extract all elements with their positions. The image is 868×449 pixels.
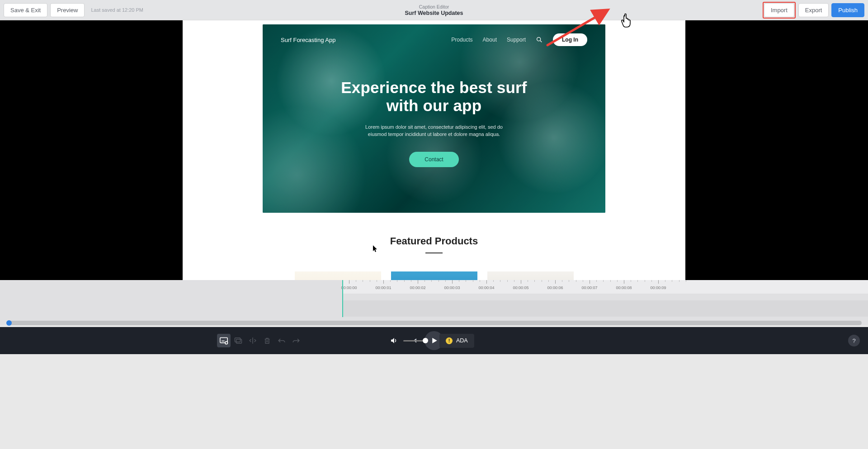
ruler-tick-minor xyxy=(631,280,631,282)
last-saved-label: Last saved at 12:20 PM xyxy=(91,7,143,13)
ruler-tick-minor xyxy=(645,280,645,282)
ruler-tick-minor xyxy=(390,280,391,282)
hero-subtext: Lorem ipsum dolor sit amet, consectetur … xyxy=(263,123,605,138)
ruler-tick-minor xyxy=(528,280,528,282)
featured-section: Featured Products xyxy=(183,235,685,280)
header-left-group: Save & Exit Preview Last saved at 12:20 … xyxy=(4,3,143,17)
ruler-tick-major xyxy=(383,280,384,284)
ruler-label: 00:00:06 xyxy=(547,285,563,290)
ruler-tick-minor xyxy=(514,280,514,282)
website-brand: Surf Forecasting App xyxy=(281,37,335,43)
timeline-playhead[interactable] xyxy=(342,280,343,317)
ruler-tick-minor xyxy=(439,280,439,282)
ruler-label: 00:00:07 xyxy=(581,285,597,290)
svg-rect-7 xyxy=(235,338,241,342)
redo-button[interactable] xyxy=(289,334,303,347)
undo-button[interactable] xyxy=(275,334,288,347)
import-button[interactable]: Import xyxy=(764,3,794,17)
ruler-tick-minor xyxy=(569,280,569,282)
ruler-tick-minor xyxy=(576,280,576,282)
timeline-ruler[interactable]: 00:00:0000:00:0100:00:0200:00:0300:00:04… xyxy=(342,280,868,294)
timeline-scroll-track[interactable] xyxy=(6,321,862,325)
split-caption-button[interactable] xyxy=(246,334,259,347)
export-button[interactable]: Export xyxy=(798,3,829,17)
publish-button[interactable]: Publish xyxy=(831,3,864,17)
featured-heading: Featured Products xyxy=(183,235,685,247)
featured-underline xyxy=(425,253,443,253)
warning-icon: ! xyxy=(446,337,453,344)
svg-point-0 xyxy=(537,37,541,41)
ruler-tick-minor xyxy=(617,280,618,282)
product-card-3 xyxy=(487,271,574,281)
header-right-group: Import Export Publish xyxy=(763,2,864,19)
ruler-label: 00:00:09 xyxy=(650,285,666,290)
add-caption-button[interactable] xyxy=(217,334,231,347)
ruler-label: 00:00:01 xyxy=(375,285,391,290)
video-preview-area: Surf Forecasting App Products About Supp… xyxy=(0,20,868,280)
ruler-tick-minor xyxy=(445,280,446,282)
ruler-tick-minor xyxy=(356,280,356,282)
product-card-1 xyxy=(295,271,381,281)
ruler-tick-minor xyxy=(500,280,500,282)
volume-slider-thumb[interactable] xyxy=(423,338,428,343)
timeline-area[interactable]: 00:00:0000:00:0100:00:0200:00:0300:00:04… xyxy=(0,280,868,325)
preview-button[interactable]: Preview xyxy=(50,3,85,17)
help-button[interactable]: ? xyxy=(848,335,860,346)
ruler-tick-minor xyxy=(411,280,411,282)
ruler-tick-minor xyxy=(480,280,480,282)
ruler-label: 00:00:04 xyxy=(478,285,494,290)
ruler-tick-major xyxy=(624,280,624,284)
caption-tools-group xyxy=(217,334,303,347)
ruler-tick-minor xyxy=(651,280,652,282)
ruler-tick-minor xyxy=(583,280,583,282)
ruler-tick-major xyxy=(418,280,418,284)
ruler-tick-minor xyxy=(665,280,665,282)
ruler-tick-major xyxy=(452,280,453,284)
ruler-tick-minor xyxy=(603,280,604,282)
ruler-label: 00:00:02 xyxy=(410,285,425,290)
nav-link-products: Products xyxy=(451,37,472,43)
volume-control[interactable] xyxy=(390,337,427,345)
ruler-tick-major xyxy=(521,280,521,284)
volume-slider-track[interactable] xyxy=(403,340,427,341)
hero-heading-line2: with our app xyxy=(263,97,605,115)
search-icon xyxy=(536,36,543,43)
ruler-tick-major xyxy=(349,280,349,284)
ruler-label: 00:00:00 xyxy=(341,285,357,290)
ruler-tick-minor xyxy=(425,280,425,282)
ruler-tick-minor xyxy=(473,280,473,282)
svg-rect-8 xyxy=(236,339,242,343)
ada-compliance-button[interactable]: ! ADA xyxy=(439,334,474,348)
duplicate-caption-button[interactable] xyxy=(231,334,245,347)
website-nav: Surf Forecasting App Products About Supp… xyxy=(263,33,605,46)
featured-grid xyxy=(183,271,685,281)
header-title-block: Caption Editor Surf Website Updates xyxy=(405,4,463,16)
ruler-ticks: 00:00:0000:00:0100:00:0200:00:0300:00:04… xyxy=(342,280,868,294)
hero-sub-line1: Lorem ipsum dolor sit amet, consectetur … xyxy=(263,123,605,131)
ruler-label: 00:00:03 xyxy=(444,285,460,290)
timeline-scroll-thumb[interactable] xyxy=(6,320,12,326)
ruler-tick-major xyxy=(486,280,487,284)
ruler-tick-minor xyxy=(596,280,597,282)
ruler-tick-minor xyxy=(466,280,466,282)
ruler-tick-minor xyxy=(562,280,562,282)
ruler-tick-minor xyxy=(397,280,397,282)
preview-page: Surf Forecasting App Products About Supp… xyxy=(183,20,685,280)
ruler-tick-minor xyxy=(431,280,432,282)
nav-link-support: Support xyxy=(507,37,526,43)
ruler-tick-minor xyxy=(377,280,377,282)
website-hero: Surf Forecasting App Products About Supp… xyxy=(263,24,605,213)
delete-caption-button[interactable] xyxy=(260,334,274,347)
caption-track[interactable] xyxy=(342,300,868,317)
product-card-2 xyxy=(391,271,477,281)
nav-link-about: About xyxy=(483,37,497,43)
ruler-tick-minor xyxy=(542,280,542,282)
ruler-tick-minor xyxy=(637,280,638,282)
control-bar: ! ADA ? xyxy=(0,327,868,354)
save-exit-button[interactable]: Save & Exit xyxy=(4,3,47,17)
ruler-tick-minor xyxy=(534,280,535,282)
header-title: Surf Website Updates xyxy=(405,10,463,16)
volume-icon[interactable] xyxy=(390,337,398,345)
ruler-tick-minor xyxy=(370,280,370,282)
ruler-tick-major xyxy=(555,280,556,284)
